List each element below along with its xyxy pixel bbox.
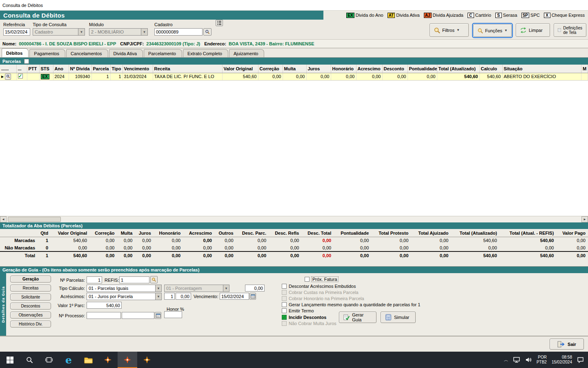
erp-app-taskbar-icon-1[interactable] xyxy=(98,352,118,368)
cell: 0,00 xyxy=(556,244,588,251)
window-titlebar: Consulta de Débitos xyxy=(0,0,588,11)
refis-input[interactable] xyxy=(119,276,149,283)
volume-icon[interactable] xyxy=(526,357,532,363)
file-explorer-taskbar-icon[interactable] xyxy=(78,352,98,368)
chevron-down-icon[interactable]: ▼ xyxy=(78,29,85,35)
sair-label: Sair xyxy=(568,342,576,347)
task-view-button[interactable] xyxy=(39,352,59,368)
tray-overflow-chevron-icon[interactable]: ︿ xyxy=(504,357,508,363)
honor-percent-input[interactable] xyxy=(164,311,182,318)
taskbar-search-button[interactable] xyxy=(20,352,39,368)
vencimento-input[interactable] xyxy=(220,293,249,300)
porcentagem-amount-input[interactable] xyxy=(245,285,265,292)
cadastro-input[interactable] xyxy=(154,28,203,36)
nav-geracao-button[interactable]: Geração xyxy=(10,276,51,283)
valor-1-parc-input[interactable] xyxy=(87,302,122,309)
chevron-down-icon[interactable]: ▼ xyxy=(155,285,161,292)
referencia-input[interactable] xyxy=(3,28,30,36)
gerar-lancamento-checkbox[interactable] xyxy=(282,302,287,307)
tipo-consulta-select[interactable]: Cadastro ▼ xyxy=(33,28,85,36)
nav-observacoes-button[interactable]: Observações xyxy=(10,312,51,319)
tab-ajuizamento[interactable]: Ajuizamento xyxy=(229,49,265,57)
language-indicator[interactable]: POR PTB2 xyxy=(537,355,547,365)
descontar-checkbox[interactable] xyxy=(282,284,287,289)
tipo-calculo-select[interactable]: 01 - Parcelas Iguais ▼ xyxy=(87,285,162,292)
gerar-guia-button[interactable]: Gerar Guia xyxy=(339,312,376,323)
checkbox-incidir-descontos[interactable]: Incidir Descontos xyxy=(282,315,326,320)
definicoes-line1: Definições xyxy=(563,26,582,30)
definicoes-line2: de Tela xyxy=(563,30,582,35)
network-icon[interactable] xyxy=(513,357,521,363)
checkbox-emitir-termo[interactable]: Emitir Termo xyxy=(282,308,314,313)
acrescimos-qtd-input[interactable] xyxy=(164,293,175,300)
n-processo-input[interactable] xyxy=(87,312,121,319)
col-header: ... xyxy=(16,65,27,73)
n-processo-date-input[interactable] xyxy=(122,312,154,319)
start-button[interactable] xyxy=(0,352,20,368)
tab-divida-ativa[interactable]: Divida Ativa xyxy=(109,49,143,57)
row-checkbox[interactable] xyxy=(18,74,23,79)
checkbox-gerar-lancamento[interactable]: Gerar Lançamento mesmo quando a quantida… xyxy=(282,302,420,307)
scroll-track[interactable] xyxy=(7,216,581,222)
legend-cartorio: CCartório xyxy=(468,13,491,18)
clear-arrows-icon xyxy=(520,27,527,34)
row-detail-button[interactable] xyxy=(5,74,11,80)
notification-center-icon[interactable] xyxy=(577,357,584,363)
checkbox-prox-fatura[interactable]: Próx. Fatura xyxy=(305,277,338,282)
ex-badge: EX xyxy=(346,13,354,18)
scroll-thumb[interactable] xyxy=(8,217,61,222)
scroll-right-button[interactable]: ► xyxy=(581,216,588,222)
s-badge: S xyxy=(495,13,502,18)
tab-parcelamento[interactable]: Parcelamento xyxy=(144,49,182,57)
calendar-icon xyxy=(251,294,255,298)
acrescimos-amount-input[interactable] xyxy=(176,293,191,300)
tab-debitos[interactable]: Débitos xyxy=(2,48,29,57)
erp-app-taskbar-icon-2-active[interactable] xyxy=(118,352,137,368)
chevron-down-icon[interactable]: ▼ xyxy=(155,293,161,300)
col-header: Multa xyxy=(283,65,306,73)
acrescimos-select[interactable]: 01 - Juros por Parcela ▼ xyxy=(87,293,162,300)
nav-descontos-button[interactable]: Descontos xyxy=(10,303,51,310)
definicoes-tela-button[interactable]: Definições de Tela xyxy=(554,23,586,37)
sp-badge: SP xyxy=(521,13,529,18)
emitir-termo-checkbox[interactable] xyxy=(282,308,287,313)
refis-search-button[interactable] xyxy=(150,276,158,283)
cell: 0,00 xyxy=(371,244,411,251)
erp-app-taskbar-icon-3[interactable] xyxy=(137,352,157,368)
scroll-left-button[interactable]: ◄ xyxy=(0,216,7,222)
cell: 0,00 xyxy=(334,244,371,251)
clock-date: 15/02/2024 xyxy=(552,360,572,365)
modulo-select[interactable]: 2 - MOBILIÁRIO ▼ xyxy=(89,28,148,36)
nav-solicitante-button[interactable]: Solicitante xyxy=(10,294,51,301)
cadastro-search-button[interactable] xyxy=(203,28,212,36)
chevron-down-icon[interactable]: ▼ xyxy=(141,29,147,35)
table-row[interactable]: ▶ EX 2024 109340 1 1 31/03/2024 TAXA DE … xyxy=(0,73,588,80)
referencia-label: Referência xyxy=(3,22,25,27)
funcoes-button[interactable]: Funções ▼ xyxy=(473,24,512,37)
col-header: Acrescimo xyxy=(183,229,214,237)
col-header: Correção xyxy=(89,229,117,237)
limpar-button[interactable]: Limpar xyxy=(516,23,550,37)
row-label: Marcadas xyxy=(0,237,38,244)
tab-extrato-completo[interactable]: Extrato Completo xyxy=(183,49,228,57)
n-processo-calendar-button[interactable] xyxy=(155,312,161,319)
filtros-button[interactable]: Filtros ▼ xyxy=(430,23,469,37)
nav-historico-div-button[interactable]: Histórico Div. xyxy=(10,321,51,328)
cell: 0,00 xyxy=(89,237,117,244)
vencimento-calendar-button[interactable] xyxy=(249,293,256,300)
prox-fatura-checkbox[interactable] xyxy=(305,277,310,282)
grid-horizontal-scrollbar[interactable]: ◄ ► xyxy=(0,216,588,222)
funcoes-button-highlight: Funções ▼ xyxy=(472,23,513,38)
tab-cancelamentos[interactable]: Cancelamentos xyxy=(66,49,108,57)
tab-pagamentos[interactable]: Pagamentos xyxy=(29,49,65,57)
incidir-descontos-checkbox[interactable] xyxy=(282,315,287,320)
simular-button[interactable]: Simular xyxy=(381,312,416,323)
n-parcelas-input[interactable] xyxy=(87,276,102,283)
edge-taskbar-icon[interactable]: e xyxy=(59,352,78,368)
checkbox-descontar-acrescimos[interactable]: Descontar Acréscimos Embutidos xyxy=(282,284,356,289)
nav-receitas-button[interactable]: Receitas xyxy=(10,285,51,292)
parcelas-select-all-checkbox[interactable] xyxy=(24,59,29,64)
clock[interactable]: 08:58 15/02/2024 xyxy=(552,355,572,365)
cadastro-list-button[interactable] xyxy=(216,20,223,26)
sair-button[interactable]: Sair xyxy=(550,339,584,350)
